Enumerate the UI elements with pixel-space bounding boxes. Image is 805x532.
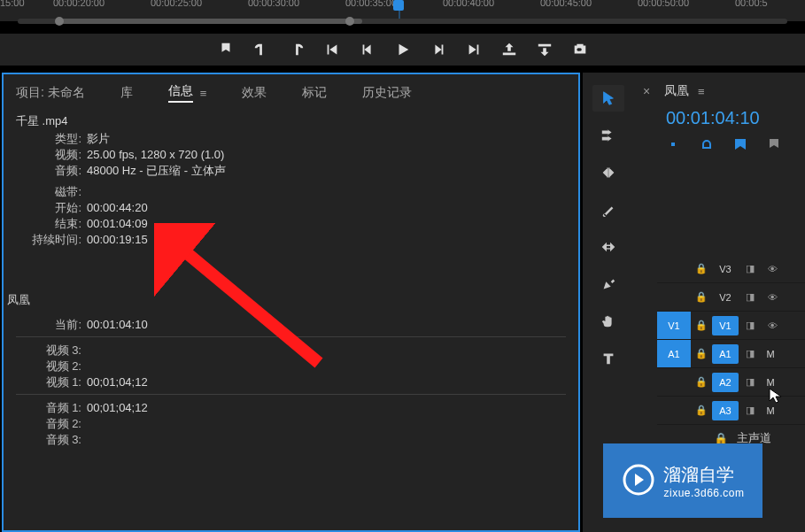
mute-button[interactable]: M — [762, 349, 779, 359]
add-marker-seq-icon[interactable] — [733, 137, 747, 154]
tab-library[interactable]: 库 — [120, 85, 133, 101]
in-label: 开始: — [16, 200, 87, 216]
track-target-a2[interactable]: A2 — [712, 373, 739, 392]
track-row-a2[interactable]: 🔒 A2 ◨ M — [657, 368, 805, 397]
a1-value: 00;01;04;12 — [87, 400, 148, 416]
watermark-url: zixue.3d66.com — [663, 487, 744, 499]
hand-tool-icon[interactable] — [592, 308, 624, 335]
a3-label: 音频 3: — [16, 432, 87, 448]
track-row-v1[interactable]: V1 🔒 V1 ◨ 👁 — [657, 312, 805, 340]
ruler-zoom-slider[interactable] — [18, 19, 787, 24]
current-label: 当前: — [16, 317, 87, 333]
mute-button[interactable]: M — [762, 377, 779, 388]
video-value: 25.00 fps, 1280 x 720 (1.0) — [87, 147, 224, 163]
lock-icon[interactable]: 🔒 — [691, 376, 712, 388]
track-row-v3[interactable]: 🔒 V3 ◨ 👁 — [657, 255, 805, 283]
track-row-v2[interactable]: 🔒 V2 ◨ 👁 — [657, 283, 805, 312]
step-forward-icon[interactable] — [430, 42, 446, 58]
playhead-icon[interactable] — [393, 0, 404, 11]
lock-icon[interactable]: 🔒 — [691, 405, 712, 416]
lock-icon[interactable]: 🔒 — [691, 320, 712, 331]
slider-handle-left[interactable] — [55, 17, 64, 26]
v3-label: 视频 3: — [16, 343, 87, 359]
track-target-v1[interactable]: V1 — [712, 316, 739, 335]
track-target-a1[interactable]: A1 — [712, 344, 739, 364]
sync-lock-icon[interactable]: ◨ — [739, 348, 762, 359]
tab-history[interactable]: 历史记录 — [362, 85, 412, 101]
sequence-toolbar — [634, 132, 805, 161]
step-back-icon[interactable] — [360, 42, 375, 58]
track-target-a3[interactable]: A3 — [712, 401, 739, 420]
eye-icon[interactable]: 👁 — [762, 320, 783, 331]
play-icon[interactable] — [395, 42, 411, 58]
source-patch-a1[interactable]: A1 — [657, 340, 691, 367]
time-mark: 00:00:20:00 — [53, 0, 104, 8]
svg-point-0 — [578, 48, 582, 51]
ripple-edit-tool-icon[interactable] — [592, 159, 624, 186]
watermark-logo-icon — [621, 462, 656, 500]
tab-markers[interactable]: 标记 — [302, 85, 327, 101]
watermark-title: 溜溜自学 — [663, 463, 744, 487]
track-row-a1[interactable]: A1 🔒 A1 ◨ M — [657, 340, 805, 368]
panel-menu-icon[interactable]: ≡ — [200, 87, 207, 100]
lock-icon[interactable]: 🔒 — [691, 348, 712, 359]
a1-label: 音频 1: — [16, 400, 87, 416]
razor-tool-icon[interactable] — [592, 197, 624, 223]
v1-value: 00;01;04;12 — [87, 374, 148, 390]
sequence-name: 凤凰 — [7, 292, 566, 308]
selection-tool-icon[interactable] — [592, 85, 624, 112]
track-target-v2[interactable]: V2 — [712, 288, 739, 307]
type-label: 类型: — [16, 131, 87, 147]
playback-controls — [0, 34, 805, 66]
eye-icon[interactable]: 👁 — [762, 292, 783, 303]
settings-icon[interactable] — [767, 137, 781, 154]
time-mark: 00:00:45:00 — [540, 0, 592, 8]
clip-name: 千星 .mp4 — [16, 113, 566, 129]
track-select-forward-icon[interactable] — [592, 122, 624, 149]
time-mark: 00:00:5 — [735, 0, 768, 8]
close-sequence-icon[interactable]: × — [643, 84, 655, 98]
mark-in-icon[interactable] — [253, 42, 269, 58]
sync-lock-icon[interactable]: ◨ — [739, 263, 762, 274]
v1-label: 视频 1: — [16, 374, 87, 390]
sync-lock-icon[interactable]: ◨ — [739, 376, 762, 388]
tab-effects[interactable]: 效果 — [242, 85, 267, 101]
go-to-out-icon[interactable] — [466, 42, 482, 58]
type-value: 影片 — [87, 131, 110, 147]
sync-lock-icon[interactable]: ◨ — [739, 320, 762, 331]
tab-project[interactable]: 项目: 未命名 — [16, 85, 85, 101]
type-tool-icon[interactable] — [592, 345, 624, 372]
sync-lock-icon[interactable]: ◨ — [739, 405, 762, 416]
lock-icon[interactable]: 🔒 — [691, 263, 712, 274]
audio-label: 音频: — [16, 163, 87, 179]
current-timecode[interactable]: 00:01:04:10 — [634, 104, 805, 132]
eye-icon[interactable]: 👁 — [762, 264, 783, 274]
watermark-overlay: 溜溜自学 zixue.3d66.com — [603, 443, 762, 518]
tab-info[interactable]: 信息 — [168, 83, 193, 103]
a2-label: 音频 2: — [16, 416, 87, 432]
mute-button[interactable]: M — [762, 405, 779, 416]
audio-value: 48000 Hz - 已压缩 - 立体声 — [87, 163, 226, 179]
sequence-tab-title[interactable]: 凤凰 — [664, 83, 689, 99]
extract-icon[interactable] — [537, 42, 553, 58]
sync-lock-icon[interactable]: ◨ — [739, 291, 762, 303]
time-mark: 00:00:40:00 — [443, 0, 494, 8]
export-frame-icon[interactable] — [572, 42, 588, 58]
track-row-a3[interactable]: 🔒 A3 ◨ M — [657, 397, 805, 425]
snap-icon[interactable] — [666, 137, 680, 154]
linked-selection-icon[interactable] — [700, 137, 714, 154]
slip-tool-icon[interactable] — [592, 234, 624, 260]
sequence-menu-icon[interactable]: ≡ — [698, 85, 705, 98]
slider-handle-right[interactable] — [345, 17, 354, 26]
lock-icon[interactable]: 🔒 — [691, 291, 712, 303]
lift-icon[interactable] — [501, 42, 517, 58]
go-to-in-icon[interactable] — [324, 42, 340, 58]
pen-tool-icon[interactable] — [592, 271, 624, 297]
time-mark: 00:00:25:00 — [151, 0, 202, 8]
add-marker-icon[interactable] — [218, 42, 234, 58]
mark-out-icon[interactable] — [289, 42, 305, 58]
in-value: 00:00:44:20 — [87, 200, 148, 216]
time-mark: 15:00 — [0, 0, 25, 8]
track-target-v3[interactable]: V3 — [712, 259, 739, 279]
source-patch-v1[interactable]: V1 — [657, 312, 691, 339]
